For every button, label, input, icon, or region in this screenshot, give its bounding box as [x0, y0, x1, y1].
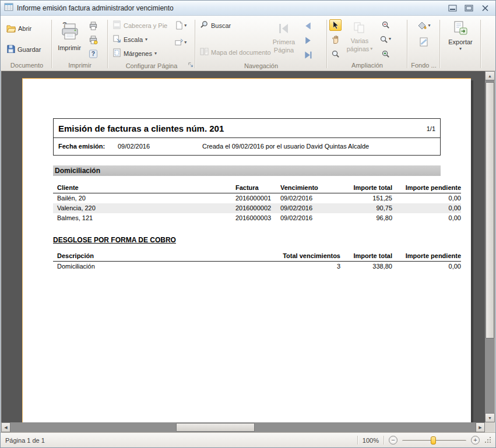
print-button-label: Imprimir: [58, 44, 81, 51]
orientation-dropdown-arrow-icon: ▾: [184, 40, 187, 45]
cell-factura: 2016000002: [235, 203, 280, 213]
group-label-ampliacion: Ampliación: [327, 60, 407, 70]
horizontal-scrollbar[interactable]: ◀ ▶: [1, 422, 485, 432]
ribbon-group-configurar-pagina: Cabecera y Pie Escala ▾ Márgenes ▾: [108, 16, 195, 70]
orientation-button[interactable]: ▾: [173, 37, 188, 48]
open-button[interactable]: Abrir: [4, 22, 50, 36]
first-page-button[interactable]: Primera Página: [270, 19, 298, 61]
cell-importe-pendiente: 0,00: [392, 213, 461, 223]
pointer-tool-button[interactable]: [329, 19, 342, 31]
scale-label: Escala: [124, 36, 143, 44]
group-label-navegacion: Navegación: [195, 61, 327, 70]
vertical-scroll-thumb[interactable]: [486, 82, 494, 338]
plus-icon: +: [473, 437, 477, 443]
zoom-dropdown-arrow-icon: ▾: [389, 37, 391, 41]
scroll-up-button[interactable]: ▲: [485, 71, 495, 80]
col-header-importe-pendiente: Importe pendiente: [392, 183, 461, 193]
status-separator: [384, 436, 384, 445]
svg-text:?: ?: [92, 51, 95, 58]
cell-importe-pendiente: 0,00: [392, 262, 461, 272]
save-button-label: Guardar: [17, 46, 41, 54]
watermark-button[interactable]: [417, 36, 430, 48]
magnifier-tool-button[interactable]: [329, 48, 342, 59]
report-header-box: Emisión de facturas a clientes núm. 201 …: [53, 118, 441, 156]
open-folder-icon: [6, 24, 16, 34]
zoom-slider-thumb[interactable]: [431, 436, 436, 445]
zoom-out-tool-button[interactable]: [378, 19, 393, 30]
group-label-fondo: Fondo ...: [407, 60, 440, 70]
search-icon: [200, 20, 209, 31]
zoom-out-button[interactable]: −: [389, 436, 397, 445]
report-fecha-value: 09/02/2016: [118, 143, 150, 150]
report-page: Emisión de facturas a clientes núm. 201 …: [22, 78, 471, 432]
col-header-importe-pendiente: Importe pendiente: [392, 251, 461, 262]
resize-grip[interactable]: [484, 436, 492, 444]
cell-total-vencimientos: 3: [228, 262, 340, 272]
export-dropdown-arrow-icon: ▾: [459, 47, 462, 51]
scroll-down-button[interactable]: ▼: [485, 413, 495, 422]
export-icon: [453, 21, 468, 37]
cell-vencimiento: 09/02/2016: [280, 213, 343, 223]
table-row: Bailén, 20 2016000001 09/02/2016 151,25 …: [53, 193, 461, 204]
app-icon[interactable]: [4, 2, 13, 14]
restore-button[interactable]: [463, 3, 474, 12]
header-footer-button[interactable]: Cabecera y Pie: [110, 19, 170, 33]
minimize-button[interactable]: [447, 3, 458, 12]
scroll-right-button[interactable]: ▶: [476, 422, 485, 432]
multiple-pages-dropdown-arrow-icon: ▾: [370, 47, 372, 51]
minus-icon: −: [391, 437, 395, 443]
header-footer-label: Cabecera y Pie: [124, 22, 167, 30]
up-arrow-icon: ▲: [488, 74, 492, 78]
multiple-pages-label-2: páginas: [347, 45, 370, 52]
save-button[interactable]: Guardar: [4, 43, 50, 57]
cell-cliente: Valencia, 220: [53, 203, 235, 213]
margins-dropdown-arrow-icon: ▾: [154, 51, 157, 56]
close-button[interactable]: [480, 3, 491, 12]
next-page-button[interactable]: [301, 34, 315, 47]
multiple-pages-button[interactable]: Varias páginas ▾: [344, 19, 375, 60]
cell-importe-total: 96,80: [343, 213, 392, 223]
app-window: Informe emisión factura administrador ve…: [0, 0, 496, 448]
export-button[interactable]: Exportar ▾: [444, 19, 477, 60]
col-header-total-vencimientos: Total vencimientos: [228, 251, 340, 262]
group-label-documento: Documento: [2, 60, 52, 70]
ribbon-group-documento: Abrir Guardar Documento: [2, 16, 52, 70]
page-setup-dialog-launcher[interactable]: [188, 62, 194, 69]
vertical-scrollbar[interactable]: ▲ ▼: [485, 71, 495, 422]
first-page-label-1: Primera: [273, 38, 296, 45]
margins-button[interactable]: Márgenes ▾: [110, 47, 170, 61]
ribbon-toolbar: Abrir Guardar Documento ? Imprimir ?: [1, 16, 495, 71]
cell-importe-pendiente: 0,00: [392, 203, 461, 213]
document-map-icon: [200, 47, 209, 58]
print-options-button[interactable]: [87, 34, 100, 45]
header-footer-icon: [112, 20, 121, 31]
last-page-button[interactable]: [301, 49, 315, 61]
hand-tool-button[interactable]: [329, 34, 342, 45]
group-label-configurar-text: Configurar Página: [126, 62, 178, 69]
zoom-in-tool-button[interactable]: [378, 48, 393, 59]
print-help-button[interactable]: ?: [87, 48, 100, 59]
search-button[interactable]: Buscar: [198, 19, 266, 33]
title-bar: Informe emisión factura administrador ve…: [1, 1, 495, 16]
scale-button[interactable]: Escala ▾: [110, 33, 170, 47]
status-bar: Página 1 de 1 100% − +: [1, 432, 495, 447]
zoom-level-dropdown-button[interactable]: ▾: [378, 34, 393, 45]
page-color-button[interactable]: ▾: [415, 20, 432, 31]
print-button[interactable]: ? Imprimir: [54, 19, 85, 60]
quick-print-button[interactable]: [87, 20, 100, 31]
group-label-exportar: [440, 60, 481, 70]
horizontal-scroll-thumb[interactable]: [176, 423, 255, 432]
table-row: Valencia, 220 2016000002 09/02/2016 90,7…: [53, 203, 461, 213]
report-created-text: Creada el 09/02/2016 por el usuario Davi…: [202, 143, 369, 150]
scroll-left-button[interactable]: ◀: [1, 422, 10, 432]
zoom-slider[interactable]: [402, 436, 466, 445]
margins-label: Márgenes: [124, 50, 152, 58]
report-fecha-label: Fecha emisión:: [58, 143, 105, 150]
zoom-in-button[interactable]: +: [471, 436, 480, 445]
page-color-dropdown-arrow-icon: ▾: [428, 23, 430, 28]
ribbon-group-exportar: Exportar ▾: [440, 16, 481, 70]
paper-size-button[interactable]: ▾: [173, 20, 188, 31]
document-map-button[interactable]: Mapa del documento: [198, 45, 266, 59]
previous-page-button[interactable]: [301, 20, 315, 32]
left-arrow-icon: ◀: [4, 425, 7, 429]
